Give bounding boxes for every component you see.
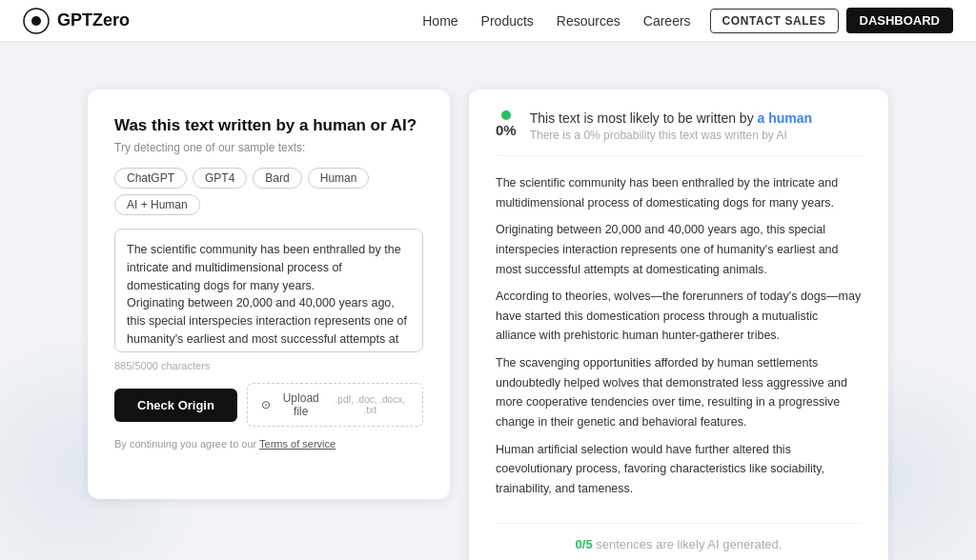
ai-sentence-count: 0/5 bbox=[576, 537, 593, 551]
input-card: Was this text written by a human or AI? … bbox=[88, 90, 450, 499]
upload-label: Upload file bbox=[276, 391, 326, 418]
card-title: Was this text written by a human or AI? bbox=[114, 116, 423, 135]
navbar: GPTZero Home Products Resources Careers … bbox=[0, 0, 976, 42]
tag-gpt4[interactable]: GPT4 bbox=[193, 168, 247, 189]
result-sub-text: There is a 0% probability this text was … bbox=[530, 129, 862, 142]
result-summary: This text is most likely to be written b… bbox=[530, 110, 862, 142]
result-footer: 0/5 sentences are likely AI generated. bbox=[496, 523, 862, 551]
check-origin-button[interactable]: Check Origin bbox=[114, 389, 237, 422]
nav-links: Home Products Resources Careers bbox=[422, 13, 690, 29]
upload-file-button[interactable]: ⊙ Upload file .pdf, .doc, .docx, .txt bbox=[247, 383, 423, 427]
text-input[interactable] bbox=[114, 229, 423, 352]
result-footer-text: sentences are likely AI generated. bbox=[593, 537, 783, 551]
score-percent: 0% bbox=[496, 122, 517, 138]
score-container: 0% bbox=[496, 110, 517, 138]
result-para-1: The scientific community has been enthra… bbox=[496, 173, 862, 212]
result-para-3: According to theories, wolves—the foreru… bbox=[496, 287, 862, 346]
gptzero-logo-icon bbox=[23, 8, 50, 34]
result-card: 0% This text is most likely to be writte… bbox=[469, 90, 888, 560]
nav-careers[interactable]: Careers bbox=[643, 13, 691, 29]
tos-line: By continuing you agree to our Terms of … bbox=[114, 438, 423, 450]
main-content: Was this text written by a human or AI? … bbox=[0, 42, 976, 560]
result-para-4: The scavenging opportunities afforded by… bbox=[496, 353, 862, 432]
result-para-5: Human artificial selection would have fu… bbox=[496, 440, 862, 499]
upload-formats: .pdf, .doc, .docx, .txt bbox=[332, 394, 409, 415]
sample-tags-container: ChatGPT GPT4 Bard Human AI + Human bbox=[114, 168, 423, 215]
tag-chatgpt[interactable]: ChatGPT bbox=[114, 168, 187, 189]
card-subtitle: Try detecting one of our sample texts: bbox=[114, 141, 423, 154]
logo-text: GPTZero bbox=[57, 10, 130, 30]
nav-products[interactable]: Products bbox=[481, 13, 534, 29]
char-count: 885/5000 characters bbox=[114, 360, 423, 371]
result-body: The scientific community has been enthra… bbox=[496, 173, 862, 506]
upload-icon: ⊙ bbox=[261, 398, 271, 411]
nav-home[interactable]: Home bbox=[422, 13, 458, 29]
result-human-highlight: a human bbox=[758, 110, 813, 126]
contact-sales-button[interactable]: CONTACT SALES bbox=[710, 9, 839, 33]
dashboard-button[interactable]: DASHBOARD bbox=[846, 8, 954, 33]
result-para-2: Originating between 20,000 and 40,000 ye… bbox=[496, 220, 862, 279]
svg-point-1 bbox=[31, 16, 41, 26]
tag-ai-human[interactable]: AI + Human bbox=[114, 194, 200, 215]
card-actions: Check Origin ⊙ Upload file .pdf, .doc, .… bbox=[114, 383, 423, 427]
logo[interactable]: GPTZero bbox=[23, 8, 130, 34]
tag-bard[interactable]: Bard bbox=[253, 168, 301, 189]
result-header: 0% This text is most likely to be writte… bbox=[496, 110, 862, 156]
nav-resources[interactable]: Resources bbox=[557, 13, 620, 29]
tag-human[interactable]: Human bbox=[308, 168, 370, 189]
score-dot bbox=[501, 110, 511, 120]
tos-link[interactable]: Terms of service bbox=[259, 438, 336, 450]
result-main-text: This text is most likely to be written b… bbox=[530, 110, 862, 126]
